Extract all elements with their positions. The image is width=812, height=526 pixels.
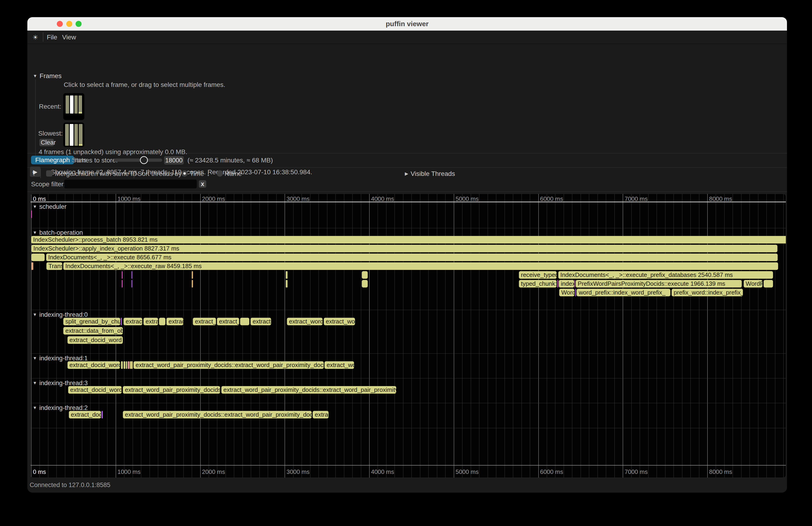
scope-bar[interactable] <box>240 318 249 325</box>
scope-bar[interactable] <box>192 271 193 279</box>
scope-bar[interactable]: extract_wo <box>324 318 355 325</box>
scope-bar[interactable] <box>286 271 288 279</box>
scope-bar[interactable] <box>31 262 33 270</box>
frame-bar[interactable] <box>78 96 82 114</box>
scope-bar[interactable]: PrefixWordPairsProximityDocids::execute … <box>576 280 742 288</box>
scope-bar[interactable] <box>121 361 123 369</box>
scope-bar[interactable]: index <box>559 280 574 288</box>
scope-bar[interactable]: IndexScheduler>::apply_index_operation 8… <box>31 245 778 252</box>
clear-button[interactable]: Clear <box>39 139 54 146</box>
scope-bar[interactable]: extract::data_from_ob <box>63 327 123 335</box>
frame-bar[interactable] <box>79 124 83 146</box>
scope-bar[interactable] <box>31 210 32 218</box>
minimize-window-button[interactable] <box>66 21 72 27</box>
slowest-frames-thumbnail[interactable] <box>63 122 84 147</box>
scope-bar[interactable]: extract_docid_word <box>68 386 122 394</box>
scope-bar[interactable]: IndexDocuments<_, _>::execute_prefix_dat… <box>558 271 773 279</box>
sort-time-label[interactable]: Time <box>190 170 204 177</box>
scope-bar[interactable]: IndexDocuments<_, _>::execute 8656.677 m… <box>46 253 778 261</box>
recent-frames-thumbnail[interactable] <box>63 93 84 120</box>
scope-bar[interactable] <box>764 280 773 288</box>
scope-bar[interactable] <box>362 280 368 288</box>
scope-bar[interactable]: WordPr <box>744 280 763 288</box>
max-frames-slider[interactable] <box>114 159 162 162</box>
scope-bar[interactable] <box>362 271 368 279</box>
scope-bar[interactable] <box>575 280 575 288</box>
scope-bar[interactable]: typed_chunk::w <box>519 280 556 288</box>
frame-bar[interactable] <box>65 124 69 146</box>
frame-bar[interactable] <box>74 96 78 114</box>
close-window-button[interactable] <box>57 21 63 27</box>
scope-bar[interactable]: Trans <box>46 262 62 270</box>
theme-toggle-icon[interactable]: ☀ <box>32 33 38 41</box>
sort-direction-arrow-icon[interactable]: ↓ <box>207 170 210 177</box>
scope-bar[interactable]: extract_word <box>287 318 322 325</box>
thread-header[interactable]: ▼scheduler <box>33 203 67 210</box>
menu-view[interactable]: View <box>62 33 76 41</box>
scope-bar[interactable]: split_grenad_by_chun <box>63 318 120 325</box>
scope-bar[interactable] <box>122 280 122 288</box>
scope-bar[interactable] <box>128 361 130 369</box>
scope-bar[interactable]: prefix_word::index_prefix_wo <box>671 289 743 296</box>
merge-children-checkbox[interactable] <box>46 170 53 177</box>
scope-bar[interactable] <box>124 361 126 369</box>
scope-bar[interactable]: extract_word_pair_proximity_docids <box>123 386 220 394</box>
scope-bar[interactable] <box>557 280 558 288</box>
menu-file[interactable]: File <box>47 33 57 41</box>
scope-bar[interactable]: IndexScheduler>::process_batch 8953.821 … <box>31 236 786 244</box>
frame-bar[interactable] <box>70 124 73 146</box>
scope-bar[interactable]: IndexDocuments<_, _>::execute_raw 8459.1… <box>63 262 778 270</box>
scope-bar[interactable] <box>575 289 576 296</box>
frame-bar[interactable] <box>66 96 69 114</box>
scope-bar[interactable] <box>159 318 165 325</box>
scope-bar[interactable]: extract_ <box>217 318 239 325</box>
merge-children-label[interactable]: Merge children with same ID <box>55 170 137 177</box>
scope-bar[interactable]: extract_word_pair_proximity_docids::extr… <box>221 386 396 394</box>
scope-bar[interactable] <box>192 280 193 288</box>
frame-bar[interactable] <box>70 96 73 114</box>
scope-bar[interactable] <box>131 271 132 279</box>
scope-bar[interactable] <box>131 280 132 288</box>
thread-header[interactable]: ▼indexing-thread:2 <box>33 404 88 411</box>
scope-filter-input[interactable] <box>64 179 197 188</box>
frame-bar[interactable] <box>74 124 78 146</box>
visible-threads-header[interactable]: ▶Visible Threads <box>405 170 455 177</box>
scope-bar[interactable] <box>126 361 127 369</box>
scope-bar[interactable]: Word <box>559 289 575 296</box>
scope-bar[interactable] <box>122 271 122 279</box>
scope-bar[interactable] <box>102 411 103 419</box>
scope-bar[interactable]: extract_doc <box>69 411 101 419</box>
thread-header[interactable]: ▼indexing-thread:0 <box>33 311 88 318</box>
scope-bar[interactable]: extra <box>143 318 158 325</box>
flamegraph-canvas[interactable]: 0 ms0 ms1000 ms1000 ms2000 ms2000 ms3000… <box>30 194 786 478</box>
tab-stats[interactable]: Stats <box>68 156 91 164</box>
thread-header[interactable]: ▼batch-operation <box>33 229 83 236</box>
zoom-window-button[interactable] <box>75 21 82 27</box>
scope-bar[interactable]: extract_word_pair_proximity_docids::extr… <box>133 361 324 369</box>
sort-name-radio[interactable] <box>217 170 223 177</box>
sort-name-label[interactable]: Name <box>224 170 242 177</box>
thread-header[interactable]: ▼indexing-thread:1 <box>33 355 88 362</box>
slider-knob[interactable] <box>140 156 148 164</box>
scope-bar[interactable]: extract_docid_word <box>68 361 120 369</box>
max-frames-value[interactable]: 18000 <box>164 156 184 164</box>
clear-filter-button[interactable]: x <box>199 180 206 188</box>
scope-bar[interactable] <box>31 253 45 261</box>
scope-bar[interactable]: extract_wo <box>324 361 354 369</box>
frames-header[interactable]: ▼Frames <box>33 72 62 80</box>
scope-bar[interactable]: extrac <box>313 411 329 419</box>
scope-bar[interactable] <box>286 280 288 288</box>
sort-time-radio[interactable] <box>182 170 188 177</box>
scope-bar[interactable]: receive_typed_ <box>519 271 556 279</box>
scope-bar[interactable] <box>130 361 133 369</box>
scope-bar[interactable]: extract <box>124 318 142 325</box>
scope-bar[interactable] <box>121 318 122 325</box>
scope-bar[interactable]: word_prefix::index_word_prefix_ <box>577 289 670 296</box>
scope-bar[interactable]: extract <box>250 318 271 325</box>
scope-bar[interactable]: extrac <box>166 318 183 325</box>
scope-bar[interactable]: extract_word_pair_proximity_docids::extr… <box>123 411 312 419</box>
help-button[interactable]: ? <box>32 170 36 177</box>
scope-bar[interactable]: extract_ <box>193 318 216 325</box>
thread-header[interactable]: ▼indexing-thread:3 <box>33 380 88 387</box>
scope-bar[interactable]: extract_docid_word <box>68 336 123 344</box>
